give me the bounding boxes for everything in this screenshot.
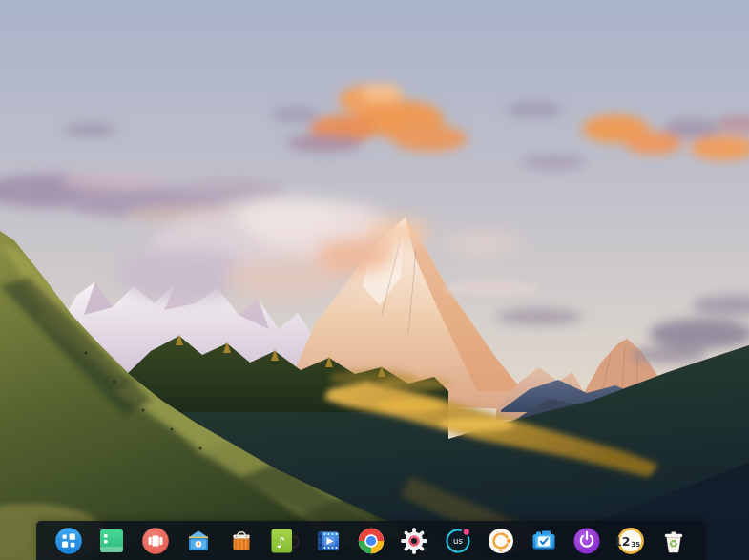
dock-item-file-manager[interactable]	[97, 527, 126, 555]
camera-check-icon	[530, 527, 558, 555]
music-note-icon: ♪	[270, 527, 299, 555]
dock-item-chrome[interactable]	[357, 527, 385, 555]
trash-recycle-icon: ♻	[659, 527, 688, 555]
wallpaper-image	[0, 0, 749, 560]
dock-item-movie[interactable]	[314, 527, 343, 555]
gear-icon	[400, 527, 428, 555]
dock-item-shutdown[interactable]	[572, 527, 601, 555]
dock-panel: ♪	[36, 521, 706, 560]
power-icon	[572, 527, 601, 555]
dock-item-media-player[interactable]	[141, 527, 170, 555]
dock-item-music[interactable]: ♪	[270, 527, 299, 555]
file-manager-icon	[97, 527, 126, 555]
film-play-icon	[314, 527, 343, 555]
dock-item-launcher[interactable]	[54, 527, 83, 555]
shopping-bag-icon	[227, 527, 256, 555]
desktop: ♪	[0, 0, 749, 560]
dock-item-app-store[interactable]	[227, 527, 256, 555]
dock-item-control-center[interactable]	[400, 527, 428, 555]
package-icon	[184, 527, 213, 555]
dock-item-screenshot[interactable]	[530, 527, 558, 555]
dock-item-trash[interactable]: ♻	[659, 527, 688, 555]
clock-hour: 12	[616, 533, 631, 548]
chrome-icon	[357, 527, 385, 555]
recycle-glyph: ♻	[669, 538, 678, 550]
dock-item-voice-recorder[interactable]	[487, 527, 515, 555]
music-note-glyph: ♪	[276, 533, 285, 551]
launcher-icon	[54, 527, 83, 555]
dock-item-keyboard-layout[interactable]: us	[444, 527, 472, 555]
media-player-icon	[141, 527, 170, 555]
dock-item-clock[interactable]: 12 35	[616, 527, 645, 555]
recorder-icon	[487, 527, 515, 555]
clock-minute: 35	[631, 541, 640, 549]
dock-item-package[interactable]	[184, 527, 213, 555]
clock-icon: 12 35	[616, 527, 645, 555]
keyboard-layout-icon: us	[444, 527, 472, 555]
keyboard-layout-label: us	[453, 536, 463, 546]
